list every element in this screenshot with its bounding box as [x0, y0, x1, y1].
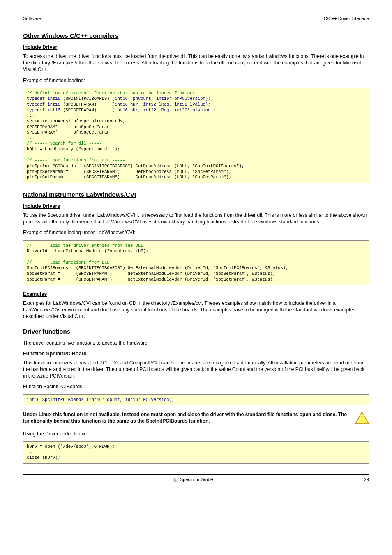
page-footer: (c) Spectrum GmbH 29 [23, 474, 369, 483]
page-number: 29 [364, 477, 369, 483]
body-text: To use the Spectrum driver under LabWind… [23, 212, 369, 225]
warning-icon: ! [355, 412, 369, 424]
code-block-prototype: int16 SpcInitPCIBoards (int16* count, in… [23, 394, 369, 406]
body-text: To access the driver, the driver functio… [23, 53, 369, 73]
page-header: Software C/C++ Driver Interface [23, 16, 369, 23]
body-text: This function initializes all installed … [23, 359, 369, 380]
body-text: The driver contains five functions to ac… [23, 340, 369, 346]
subsection-include-drivers: Include Drivers [23, 203, 369, 210]
subsection-examples: Examples [23, 291, 369, 298]
section-labwindows: National Instruments LabWindows/CVI [23, 191, 369, 199]
body-text: Function SpcInitPCIBoards: [23, 383, 369, 390]
header-left: Software [23, 16, 41, 22]
footer-center: (c) Spectrum GmbH [23, 477, 364, 483]
code-block-cvi-load: // ----- load the driver entries from th… [23, 240, 369, 285]
warning-linux: Under Linux this function is not availab… [23, 411, 369, 424]
header-right: C/C++ Driver Interface [324, 16, 369, 22]
code-block-dll-load: // definition of external function that … [23, 88, 369, 183]
body-text: Example of function loding under LabWind… [23, 229, 369, 236]
code-block-linux: hDrv = open ("/dev/spc0", O_RDWR); ... c… [23, 441, 369, 464]
warning-text: Under Linux this function is not availab… [23, 411, 352, 424]
body-text: Examples for LabWindows/CVI can be found… [23, 300, 369, 320]
body-text: Using the Driver under Linux: [23, 431, 369, 437]
section-other-compilers: Other Windows C/C++ compilers [23, 32, 369, 40]
section-driver-functions: Driver functions [23, 327, 369, 336]
svg-text:!: ! [361, 415, 363, 423]
subsection-spcinitpciboard: Function SpcInitPCIBoard [23, 350, 369, 357]
body-text: Example of function loading: [23, 77, 369, 84]
subsection-include-driver: Include Driver [23, 44, 369, 51]
